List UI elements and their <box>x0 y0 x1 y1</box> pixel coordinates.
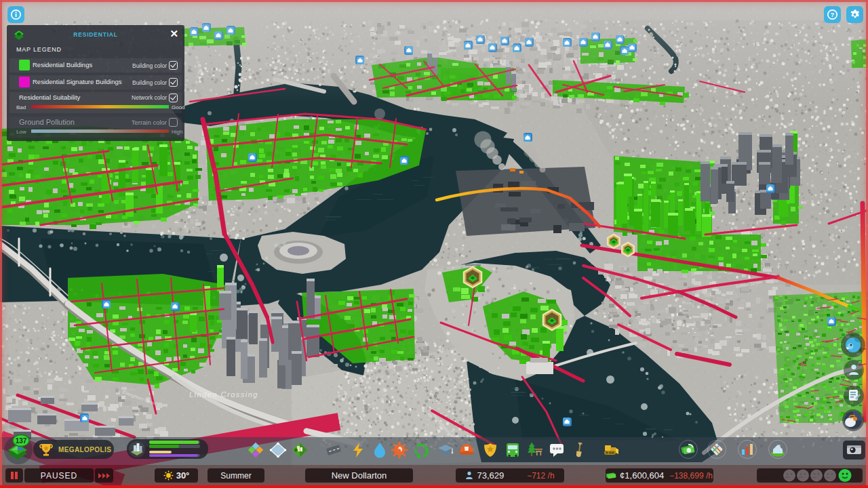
svg-text:Linden Crossing: Linden Crossing <box>189 390 258 399</box>
svg-text:137: 137 <box>16 437 27 445</box>
svg-text:?: ? <box>831 11 835 18</box>
